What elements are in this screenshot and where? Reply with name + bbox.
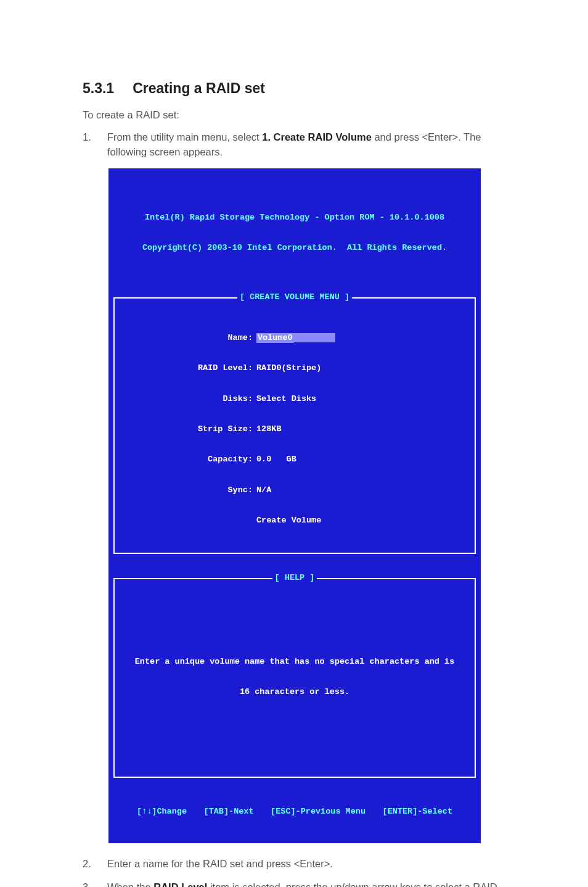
- bios-header: Intel(R) Rapid Storage Technology - Opti…: [108, 191, 481, 278]
- section-heading: 5.3.1Creating a RAID set: [83, 80, 505, 97]
- step-bold: RAID Level: [153, 881, 207, 887]
- text-cursor: [294, 333, 335, 342]
- step-text: Enter a name for the RAID set and press …: [107, 857, 505, 872]
- section-title: Creating a RAID set: [133, 80, 265, 96]
- field-value[interactable]: Select Disks: [256, 394, 316, 404]
- field-label: Disks:: [121, 394, 256, 404]
- bios-help-box: [ HELP ] Enter a unique volume name that…: [113, 578, 476, 778]
- section-number: 5.3.1: [83, 80, 114, 97]
- bios-footer-hints: [↑↓]Change [TAB]-Next [ESC]-Previous Men…: [108, 802, 481, 823]
- step-number: 2.: [83, 857, 107, 872]
- bios-box-title: [ HELP ]: [272, 573, 317, 582]
- step-text-part: When the: [107, 881, 153, 887]
- step-number: 1.: [83, 130, 107, 160]
- field-label: RAID Level:: [121, 363, 256, 373]
- bios-create-volume-box: [ CREATE VOLUME MENU ] Name:Volume0 RAID…: [113, 297, 476, 553]
- field-label: Capacity:: [121, 455, 256, 464]
- key-hint: [↑↓]Change: [137, 807, 187, 817]
- step-text-part: From the utility main menu, select: [107, 131, 262, 142]
- step-number: 3.: [83, 880, 107, 887]
- step-bold: 1. Create RAID Volume: [262, 131, 372, 142]
- field-value[interactable]: RAID0(Stripe): [256, 363, 321, 373]
- bios-header-line: Intel(R) Rapid Storage Technology - Opti…: [112, 213, 477, 223]
- field-label: Sync:: [121, 485, 256, 495]
- name-input-value[interactable]: Volume0: [256, 333, 294, 343]
- field-label: Name:: [121, 333, 256, 343]
- bios-header-line: Copyright(C) 2003-10 Intel Corporation. …: [112, 243, 477, 253]
- help-line: 16 characters or less.: [127, 687, 462, 697]
- field-value[interactable]: 0.0 GB: [256, 455, 296, 464]
- help-line: Enter a unique volume name that has no s…: [127, 657, 462, 667]
- field-label: Strip Size:: [121, 424, 256, 434]
- key-hint: [ESC]-Previous Menu: [271, 807, 365, 817]
- step-text: From the utility main menu, select 1. Cr…: [107, 130, 505, 160]
- bios-box-title: [ CREATE VOLUME MENU ]: [237, 292, 352, 302]
- key-hint: [TAB]-Next: [204, 807, 254, 817]
- create-volume-action[interactable]: Create Volume: [256, 516, 321, 526]
- key-hint: [ENTER]-Select: [383, 807, 452, 817]
- field-value[interactable]: 128KB: [256, 424, 282, 434]
- field-value: N/A: [256, 485, 271, 495]
- bios-screen-create-volume: Intel(R) Rapid Storage Technology - Opti…: [108, 168, 481, 843]
- intro-text: To create a RAID set:: [83, 108, 505, 123]
- step-text: When the RAID Level item is selected, pr…: [107, 880, 505, 887]
